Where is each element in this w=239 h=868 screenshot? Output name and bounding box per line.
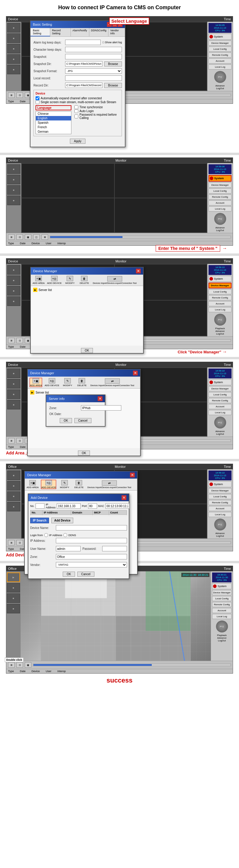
devmgr-close-4[interactable]: ✕: [133, 371, 138, 375]
tab-basic-setting[interactable]: Basic Setting: [30, 28, 50, 36]
local-log-btn-2[interactable]: Local Log: [209, 206, 232, 211]
ptz-circle-3[interactable]: PTZ: [214, 314, 226, 326]
time-sync-checkbox[interactable]: [74, 105, 78, 109]
device-manager-btn-6[interactable]: Device Manager: [212, 590, 232, 595]
pass-required-checkbox[interactable]: [74, 115, 78, 118]
local-config-btn-1[interactable]: Local Config: [209, 46, 232, 52]
step4-ok-btn[interactable]: OK: [78, 451, 90, 456]
import-export-btn-3[interactable]: ⇄ Devices Import/Devices export/Connecti…: [92, 276, 136, 284]
b-btn-4-1[interactable]: ⊞: [8, 438, 15, 443]
ptz-circle-1[interactable]: PTZ: [214, 71, 226, 83]
b-btn-2-4[interactable]: ◫: [33, 235, 40, 240]
account-btn-4[interactable]: Account: [209, 404, 232, 409]
local-config-btn-3[interactable]: Local Config: [209, 289, 232, 294]
add-device-btn-3[interactable]: +◎ ADD DEVICE: [47, 276, 61, 284]
advance-btn-6[interactable]: Advance: [212, 637, 232, 639]
add-area-btn-4[interactable]: +▣ ADD AREA: [30, 378, 42, 387]
lang-spanish[interactable]: Spanish: [36, 121, 71, 125]
advance-btn-1[interactable]: Advance: [209, 84, 232, 87]
lang-french[interactable]: French: [36, 125, 71, 129]
record-dir-input[interactable]: [65, 83, 103, 88]
remote-config-btn-4[interactable]: Remote Config: [209, 398, 232, 403]
zone-ok-btn[interactable]: OK: [60, 418, 72, 423]
device-manager-btn-4[interactable]: Device Manager: [209, 386, 232, 391]
local-record-input[interactable]: [65, 75, 122, 81]
snapshot-fmt-select[interactable]: JPG: [65, 68, 122, 74]
b-btn-3-1[interactable]: ⊞: [8, 338, 15, 343]
auto-connect-checkbox[interactable]: [74, 109, 78, 113]
tab-record-setting[interactable]: Record Setting: [50, 28, 71, 36]
delete-btn-4[interactable]: 🗑 DELETE: [76, 378, 88, 387]
import-export-btn-4[interactable]: ⇄ Devices Import/Devices export/Connecti…: [90, 378, 134, 386]
vendor-select-5[interactable]: VIMTAG: [56, 562, 127, 567]
b-btn-4-2[interactable]: ⊡: [17, 438, 23, 443]
local-config-btn-2[interactable]: Local Config: [209, 188, 232, 193]
remote-config-btn-6[interactable]: Remote Config: [212, 602, 232, 607]
snapshot-dir-input[interactable]: [65, 61, 103, 66]
local-config-btn-5[interactable]: Local Config: [209, 494, 232, 499]
local-log-btn-5[interactable]: Local Log: [209, 512, 232, 517]
remote-config-btn-5[interactable]: Remote Config: [209, 500, 232, 505]
adddev-ip-input[interactable]: [57, 503, 81, 509]
ip-search-btn[interactable]: IP Search: [30, 518, 49, 523]
zone-cancel-btn[interactable]: Cancel: [74, 418, 91, 423]
ip-address-input[interactable]: [56, 538, 127, 543]
add-device-btn-5[interactable]: +◎ ADD DEVICE: [41, 480, 56, 489]
system-btn-6[interactable]: System: [212, 583, 232, 589]
ptz-circle-2[interactable]: PTZ: [214, 213, 226, 225]
b-btn-3-2[interactable]: ⊡: [17, 338, 23, 343]
add-area-btn-3[interactable]: +▣ ADD AREA: [32, 276, 45, 284]
alarm-log-input[interactable]: [65, 40, 101, 45]
modify-btn-5[interactable]: ✎ MODIFY: [58, 480, 71, 489]
tree-server-3[interactable]: ▶ Server list: [32, 287, 142, 292]
modify-btn-3[interactable]: ✎ MODIFY: [64, 276, 76, 284]
snapshot-input[interactable]: [65, 54, 122, 59]
ptz-circle-5[interactable]: PTZ: [214, 519, 226, 530]
device-manager-btn-3[interactable]: Device Manager: [209, 283, 232, 288]
logout-btn-4[interactable]: LogOut: [209, 433, 232, 435]
playback-btn-6[interactable]: Playback: [212, 634, 232, 637]
device-name-input[interactable]: [56, 525, 127, 530]
lang-english[interactable]: English: [36, 116, 71, 121]
tab-alarm-notify[interactable]: Alarm/Notify: [71, 28, 89, 36]
login-ip-radio[interactable]: [44, 533, 48, 537]
local-log-btn-1[interactable]: Local Log: [209, 64, 232, 69]
system-btn-2[interactable]: System: [209, 175, 232, 182]
adddev-cancel-btn[interactable]: Cancel: [77, 571, 95, 577]
zone-name-input[interactable]: [81, 405, 121, 411]
zone-dialog-close[interactable]: ✕: [98, 396, 103, 401]
b-btn-2-2[interactable]: ⊡: [17, 235, 23, 240]
remote-config-btn-3[interactable]: Remote Config: [209, 295, 232, 300]
local-log-btn-4[interactable]: Local Log: [209, 410, 232, 415]
b-btn-2-5[interactable]: ⊠: [42, 235, 48, 240]
add-device-btn-4[interactable]: +◎ ADD DEVICE: [45, 378, 59, 387]
device-manager-btn-2[interactable]: Device Manager: [209, 183, 232, 188]
adddev-ok-btn[interactable]: OK: [63, 571, 75, 577]
cam-6-1[interactable]: ▶: [7, 572, 20, 582]
logout-btn-3[interactable]: LogOut: [209, 333, 232, 335]
devmgr-close-3[interactable]: ✕: [136, 269, 141, 273]
system-btn-4[interactable]: System: [209, 379, 232, 385]
b-btn-5-1[interactable]: ⊞: [8, 540, 15, 546]
user-input-5[interactable]: [56, 546, 81, 551]
lang-chinese[interactable]: Chinese: [36, 112, 71, 116]
devmgr-close-5[interactable]: ✕: [130, 473, 135, 477]
account-btn-2[interactable]: Account: [209, 200, 232, 206]
bottom-btn-2[interactable]: ⊡: [17, 92, 23, 98]
single-screen-checkbox[interactable]: [35, 100, 39, 104]
add-area-btn-5[interactable]: +▣ ADD AREA: [27, 480, 38, 489]
snapshot-dir-browse[interactable]: Browse: [104, 61, 122, 66]
remote-config-btn-2[interactable]: Remote Config: [209, 194, 232, 199]
account-btn-5[interactable]: Account: [209, 506, 232, 511]
ptz-circle-4[interactable]: PTZ: [214, 416, 226, 429]
local-config-btn-4[interactable]: Local Config: [209, 392, 232, 397]
char-keep-input[interactable]: [65, 47, 122, 52]
modify-btn-4[interactable]: ✎ MODIFY: [61, 378, 74, 387]
auto-expand-checkbox[interactable]: [35, 96, 39, 100]
adddev-no-input[interactable]: [35, 503, 45, 509]
record-dir-browse[interactable]: Browse: [104, 83, 122, 88]
logout-btn-5[interactable]: LogOut: [209, 535, 232, 537]
account-btn-3[interactable]: Account: [209, 301, 232, 306]
device-manager-btn-1[interactable]: Device Manager: [209, 40, 232, 45]
tab-vendor-info[interactable]: Vendor Info: [108, 28, 125, 36]
